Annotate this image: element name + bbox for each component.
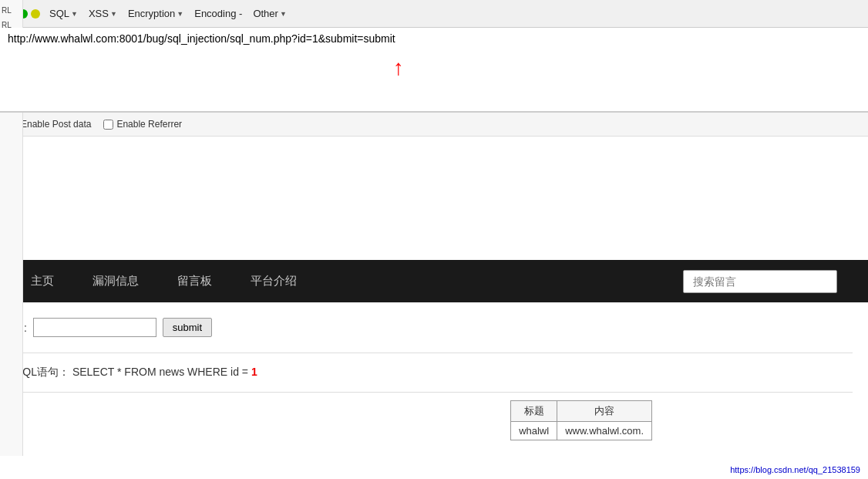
id-input[interactable] — [33, 318, 156, 337]
up-arrow-icon: ↑ — [393, 57, 404, 79]
nav-message-board[interactable]: 留言板 — [177, 271, 212, 292]
search-input[interactable] — [683, 270, 837, 293]
sql-prefix: SQL语句： — [15, 366, 69, 378]
url-display[interactable]: http://www.whalwl.com:8001/bug/sql_injec… — [8, 32, 860, 45]
col-header-title: 标题 — [511, 401, 557, 422]
url-bar-container: http://www.whalwl.com:8001/bug/sql_injec… — [0, 28, 868, 113]
menu-encryption[interactable]: Encryption ▼ — [128, 8, 183, 19]
nav-bar: 主页 漏洞信息 留言板 平台介绍 — [0, 260, 868, 302]
chevron-down-icon: ▼ — [71, 10, 78, 18]
menu-xss[interactable]: XSS ▼ — [89, 8, 117, 19]
chevron-down-icon: ▼ — [177, 10, 183, 18]
nav-home[interactable]: 主页 — [31, 271, 54, 292]
menu-encoding[interactable]: Encoding - — [194, 8, 242, 19]
enable-referrer-label: Enable Referrer — [116, 119, 182, 130]
menu-bar: SQL ▼ XSS ▼ Encryption ▼ Encoding - Othe… — [49, 8, 287, 19]
options-row: Enable Post data Enable Referrer — [0, 113, 868, 137]
sql-display: SQL语句： SELECT * FROM news WHERE id = 1 — [0, 353, 868, 392]
table-row: whalwl www.whalwl.com. — [511, 422, 652, 440]
cell-title: whalwl — [511, 422, 557, 440]
sql-value: 1 — [251, 366, 257, 378]
sidebar-label-1: RL — [0, 5, 22, 16]
enable-post-data-label: Enable Post data — [21, 119, 91, 130]
cell-content: www.whalwl.com. — [557, 422, 652, 440]
col-header-content: 内容 — [557, 401, 652, 422]
enable-referrer-checkbox[interactable] — [103, 120, 113, 130]
nav-vuln-info[interactable]: 漏洞信息 — [93, 271, 139, 292]
menu-sql[interactable]: SQL ▼ — [49, 8, 78, 19]
nav-platform-intro[interactable]: 平台介绍 — [251, 271, 297, 292]
id-form: id: submit — [0, 302, 868, 353]
footer-link[interactable]: https://blog.csdn.net/qq_21538159 — [730, 465, 860, 474]
spacer — [0, 137, 868, 198]
toolbar: SQL ▼ XSS ▼ Encryption ▼ Encoding - Othe… — [0, 0, 868, 28]
enable-referrer-option[interactable]: Enable Referrer — [103, 119, 182, 130]
results-table: 标题 内容 whalwl www.whalwl.com. — [510, 400, 652, 440]
search-container — [683, 270, 837, 293]
sql-query: SELECT * FROM news WHERE id = — [72, 366, 248, 378]
chevron-down-icon: ▼ — [280, 10, 287, 18]
chevron-down-icon: ▼ — [110, 10, 117, 18]
results-area: 标题 内容 whalwl www.whalwl.com. — [0, 393, 868, 456]
submit-button[interactable]: submit — [163, 318, 212, 337]
maximize-icon[interactable] — [31, 9, 40, 19]
menu-other[interactable]: Other ▼ — [253, 8, 286, 19]
